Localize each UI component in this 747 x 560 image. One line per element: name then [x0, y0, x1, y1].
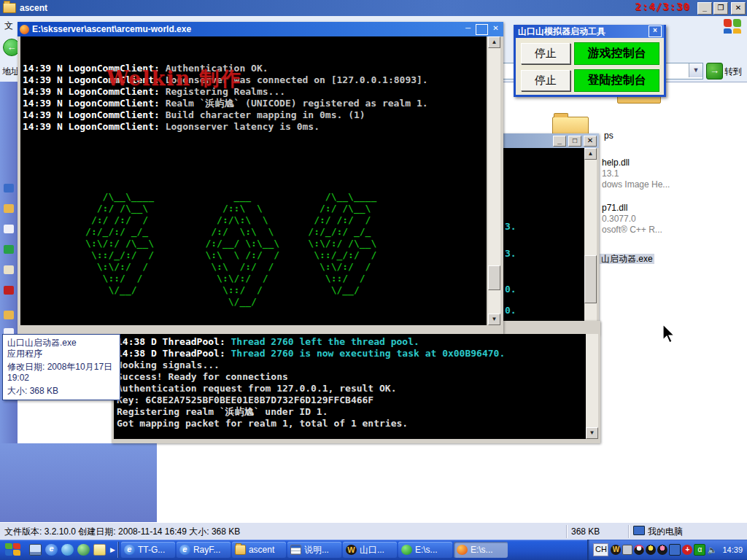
wow-tray-icon[interactable]: W — [611, 545, 621, 555]
net-tray-icon[interactable] — [669, 544, 681, 556]
notepad-icon — [290, 545, 301, 555]
tasks-pane-icon[interactable] — [4, 204, 14, 213]
console-right-titlebar[interactable]: _ □ ✕ — [501, 133, 599, 148]
tool-window-titlebar[interactable]: 山口山模拟器启动工具 × — [516, 25, 664, 38]
tooltip-filename: 山口山启动器.exe — [7, 338, 115, 349]
media-quick-launch-icon[interactable] — [77, 544, 90, 556]
tool-window-title: 山口山模拟器启动工具 — [518, 26, 605, 38]
restore-button[interactable]: ❐ — [713, 2, 728, 15]
taskbar-button-rayf[interactable]: eRayF... — [177, 542, 231, 558]
console-world-title: E:\sksserver\ascent\arcemu-world.exe — [32, 24, 191, 34]
minimize-button[interactable]: _ — [697, 2, 712, 15]
watermark-text: Welkin 制作 — [107, 66, 242, 92]
game-console-button[interactable]: 游戏控制台 — [574, 42, 659, 65]
file-name: p71.dll — [602, 203, 662, 214]
quick-launch: e — [26, 544, 109, 556]
chevron-down-icon[interactable]: ▼ — [689, 63, 703, 77]
console-world-output: 14:39 N LogonCommClient: Authentication … — [20, 36, 487, 325]
maximize-button[interactable]: □ — [568, 136, 581, 147]
taskbar-button-es[interactable]: E:\s... — [454, 542, 508, 558]
ie-quick-launch-icon[interactable]: e — [45, 544, 58, 556]
minimize-button[interactable]: ─ — [462, 24, 473, 34]
av-tray-icon[interactable]: α — [694, 544, 705, 556]
tasks-pane-icon[interactable] — [4, 184, 14, 192]
explorer-caption-buttons: _ ❐ ✕ — [697, 2, 746, 15]
orange-icon — [457, 545, 468, 555]
console-log-line: 14:38 D ThreadPool: Thread 2760 left the… — [117, 336, 586, 348]
task-label: ascent — [249, 545, 274, 555]
vol-tray-icon[interactable]: 🔈 — [707, 545, 717, 555]
close-button[interactable]: ✕ — [731, 2, 746, 15]
console-log-line: Key: 6C8E2A7525BF0BEE01E8B7D732F6D129FFC… — [117, 394, 586, 406]
console-log-line: 14:39 N LogonCommClient: Authentication … — [23, 63, 487, 74]
qq3-tray-icon[interactable] — [657, 545, 667, 555]
maximize-button[interactable] — [476, 24, 488, 35]
camera-tray-icon[interactable] — [622, 545, 632, 555]
file-tile[interactable]: help.dll 13.1 dows Image He... — [602, 158, 670, 190]
folder-icon — [3, 3, 16, 13]
ie-icon: e — [124, 545, 135, 555]
msn-quick-launch-icon[interactable] — [61, 544, 74, 556]
status-file-version: 文件版本: 3.2.10.0 创建日期: 2008-11-14 16:49 大小… — [0, 525, 567, 538]
scroll-up-icon[interactable]: ▲ — [488, 36, 500, 48]
menu-file[interactable]: 文 — [4, 20, 13, 32]
sec-tray-icon[interactable]: + — [682, 545, 692, 555]
language-indicator[interactable]: CH — [593, 543, 608, 556]
desktop-quick-launch-icon[interactable] — [29, 544, 42, 556]
scroll-up-icon[interactable]: ▲ — [584, 148, 597, 160]
console-window-right: _ □ ✕ 3.3.0.0.0. ▲ ▼ — [501, 133, 599, 335]
taskbar-button-[interactable]: 说明... — [287, 542, 341, 558]
taskbar-button-ascent[interactable]: ascent — [232, 542, 286, 558]
folder-icon — [235, 545, 246, 555]
file-version: 13.1 — [602, 168, 670, 179]
console-log-line: Hooking signals... — [117, 359, 586, 371]
close-button[interactable]: ✕ — [584, 136, 597, 147]
system-tray: CH W+α🔈 14:39 — [587, 540, 747, 560]
go-button[interactable]: → — [706, 63, 723, 79]
taskbar-button-ttg[interactable]: eTT-G... — [121, 542, 175, 558]
login-console-button[interactable]: 登陆控制台 — [574, 69, 659, 92]
file-tile-selected[interactable]: 山启动器.exe — [600, 252, 654, 265]
qq1-tray-icon[interactable] — [634, 545, 644, 555]
console-line-fragment: 3. — [505, 221, 516, 233]
scrollbar[interactable]: ▼ — [586, 334, 598, 439]
taskbar-clock[interactable]: 14:39 — [722, 545, 743, 554]
my-computer-icon — [633, 526, 645, 535]
scrollbar-thumb[interactable] — [584, 255, 597, 303]
stop-game-button[interactable]: 停止 — [521, 43, 570, 64]
scrollbar-thumb[interactable] — [488, 265, 500, 290]
scrollbar[interactable]: ▲ ▼ — [584, 148, 597, 332]
scroll-down-icon[interactable]: ▼ — [586, 427, 598, 439]
minimize-button[interactable]: _ — [553, 136, 566, 147]
tasks-pane-icon[interactable] — [4, 225, 14, 233]
close-button[interactable]: ✕ — [490, 24, 501, 34]
file-tile[interactable]: p71.dll 0.3077.0 osoft® C++ R... — [602, 203, 662, 236]
scroll-down-icon[interactable]: ▼ — [488, 314, 500, 325]
task-label: 说明... — [304, 544, 329, 556]
close-icon[interactable]: × — [649, 26, 662, 37]
start-button[interactable] — [4, 542, 22, 557]
tasks-pane-icon[interactable] — [4, 265, 14, 274]
qq2-tray-icon[interactable] — [646, 545, 656, 555]
console-log-line: 14:39 N LogonCommClient: Realm `浜屿尯` (UN… — [23, 98, 487, 109]
console-log-line: 14:39 N LogonCommClient: Logonserver lat… — [23, 121, 487, 133]
file-description: dows Image He... — [602, 179, 670, 190]
go-arrow-icon: → — [710, 65, 719, 76]
tasks-pane-icon[interactable] — [4, 286, 14, 295]
task-label: 山口... — [360, 544, 384, 556]
taskbar-button-es[interactable]: E:\s... — [398, 542, 452, 558]
go-label[interactable]: 转到 — [724, 66, 742, 78]
quick-launch-overflow-icon[interactable]: ▶ — [110, 546, 115, 553]
console-log-line: 14:39 N LogonCommClient: Logonserver was… — [23, 74, 487, 86]
arcemu-icon — [20, 25, 29, 34]
green-icon — [401, 545, 412, 555]
console-world-titlebar[interactable]: E:\sksserver\ascent\arcemu-world.exe ─ ✕ — [18, 22, 503, 36]
taskbar-button-[interactable]: W山口... — [343, 542, 397, 558]
scrollbar[interactable]: ▲ ▼ — [488, 36, 500, 325]
status-size: 368 KB — [567, 525, 629, 538]
image-quick-launch-icon[interactable] — [93, 544, 106, 556]
console-log-line: Success! Ready for connections — [117, 371, 586, 383]
tasks-pane-icon[interactable] — [4, 245, 14, 254]
stop-login-button[interactable]: 停止 — [521, 70, 570, 91]
tasks-pane-icon[interactable] — [4, 311, 14, 319]
